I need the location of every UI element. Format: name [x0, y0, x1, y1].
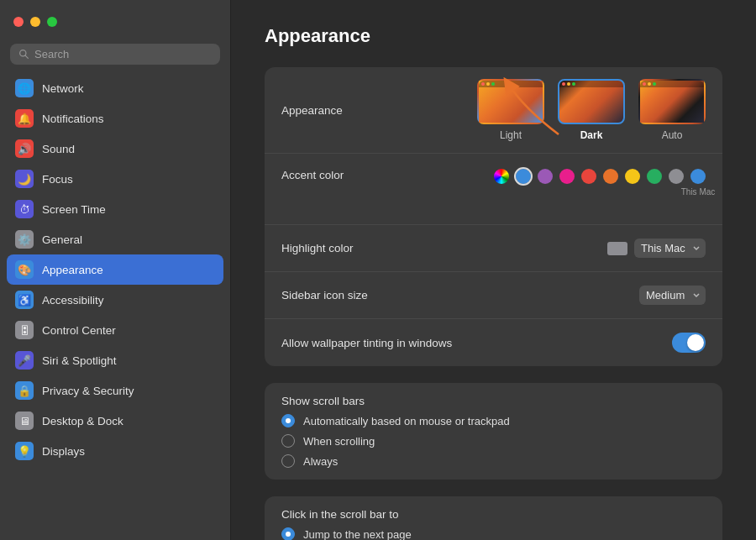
click-scroll-option-nextpage[interactable]: Jump to the next page	[281, 527, 706, 540]
accent-colors-wrapper: This Mac	[494, 169, 706, 201]
sidebar-item-appearance[interactable]: 🎨Appearance	[7, 254, 223, 285]
highlight-color-row: Highlight color This Mac Blue Purple Pin…	[265, 225, 722, 272]
appearance-options: LightDarkAuto	[477, 79, 706, 141]
sidebar-item-label-accessibility: Accessibility	[42, 294, 104, 307]
close-button[interactable]	[13, 17, 24, 27]
sidebar-item-sound[interactable]: 🔊Sound	[7, 134, 223, 164]
titlebar	[0, 0, 230, 44]
appearance-option-label-auto: Auto	[662, 129, 683, 141]
appearance-section: Appearance LightDarkAuto Accent color Th…	[265, 67, 722, 366]
highlight-color-label: Highlight color	[281, 242, 449, 254]
sidebar-icon-size-select[interactable]: Small Medium Large	[639, 286, 706, 305]
minimize-button[interactable]	[30, 17, 40, 27]
sidebar-item-label-privacy: Privacy & Security	[42, 385, 134, 397]
sidebar-item-label-focus: Focus	[42, 173, 73, 186]
accent-dot-thismac[interactable]	[690, 169, 706, 184]
scroll-bars-header: Show scroll bars	[265, 383, 722, 411]
sidebar-item-label-siri: Siri & Spotlight	[42, 354, 117, 367]
scroll-bars-option-always[interactable]: Always	[281, 454, 706, 468]
appearance-label: Appearance	[281, 104, 449, 117]
appearance-row: Appearance LightDarkAuto	[265, 67, 722, 154]
accent-dot-yellow[interactable]	[625, 169, 640, 184]
highlight-color-select[interactable]: This Mac Blue Purple Pink Red Orange Yel…	[634, 239, 706, 258]
sidebar-item-label-general: General	[42, 233, 82, 246]
appearance-icon: 🎨	[15, 260, 34, 279]
accent-dot-green[interactable]	[647, 169, 662, 184]
appearance-option-label-light: Light	[500, 129, 522, 141]
highlight-control-inner: This Mac Blue Purple Pink Red Orange Yel…	[607, 239, 706, 258]
sidebar-item-label-network: Network	[42, 82, 84, 95]
sidebar-item-network[interactable]: 🌐Network	[7, 73, 223, 103]
sidebar-item-focus[interactable]: 🌙Focus	[7, 164, 223, 194]
accent-dot-orange[interactable]	[603, 169, 618, 184]
search-bar[interactable]	[10, 44, 220, 65]
appearance-option-label-dark: Dark	[580, 129, 603, 141]
scroll-bars-radio-group: Automatically based on mouse or trackpad…	[265, 411, 722, 480]
click-scroll-header: Click in the scroll bar to	[265, 496, 722, 524]
siri-icon: 🎤	[15, 351, 34, 370]
privacy-icon: 🔒	[15, 381, 34, 400]
network-icon: 🌐	[15, 79, 34, 97]
scroll-bars-option-auto[interactable]: Automatically based on mouse or trackpad	[281, 414, 706, 427]
sidebar-icon-size-label: Sidebar icon size	[281, 289, 449, 301]
sidebar-item-siri[interactable]: 🎤Siri & Spotlight	[7, 345, 223, 375]
maximize-button[interactable]	[47, 17, 57, 27]
accent-dot-graphite[interactable]	[669, 169, 684, 184]
radio-circle-scrolling	[281, 434, 295, 448]
desktop-icon: 🖥	[15, 412, 34, 430]
sidebar-item-label-notifications: Notifications	[42, 113, 104, 125]
appearance-option-light[interactable]: Light	[477, 79, 544, 141]
appearance-thumb-light	[477, 79, 544, 124]
wallpaper-tinting-row: Allow wallpaper tinting in windows	[265, 319, 722, 366]
radio-circle-always	[281, 454, 295, 468]
search-input[interactable]	[34, 48, 212, 60]
radio-label-click-nextpage: Jump to the next page	[303, 528, 412, 541]
radio-label-always: Always	[303, 455, 338, 468]
scroll-bars-section: Show scroll bars Automatically based on …	[265, 383, 722, 480]
notifications-icon: 🔔	[15, 109, 34, 128]
appearance-thumb-auto	[638, 79, 706, 124]
this-mac-label: This Mac	[681, 187, 716, 197]
sidebar-item-general[interactable]: ⚙️General	[7, 224, 223, 254]
wallpaper-tinting-toggle[interactable]	[672, 333, 706, 353]
appearance-option-dark[interactable]: Dark	[558, 79, 625, 141]
radio-label-scrolling: When scrolling	[303, 435, 375, 448]
accent-color-row: Accent color This Mac	[265, 154, 722, 225]
radio-circle-auto	[281, 414, 295, 427]
sidebar-item-desktop[interactable]: 🖥Desktop & Dock	[7, 406, 223, 436]
appearance-option-auto[interactable]: Auto	[638, 79, 706, 141]
accent-dot-blue[interactable]	[516, 169, 531, 184]
accent-dot-multicolor[interactable]	[494, 169, 509, 184]
appearance-thumb-dark	[558, 79, 625, 124]
sidebar-item-notifications[interactable]: 🔔Notifications	[7, 103, 223, 134]
sidebar-item-privacy[interactable]: 🔒Privacy & Security	[7, 375, 223, 406]
sidebar-item-label-appearance: Appearance	[42, 264, 103, 276]
toggle-knob	[687, 334, 704, 351]
main-content: Appearance Appearance LightDarkAuto Acce…	[231, 0, 756, 540]
accent-dot-pink[interactable]	[559, 169, 575, 184]
accent-color-label: Accent color	[281, 169, 449, 181]
accent-dot-purple[interactable]	[538, 169, 553, 184]
search-icon	[18, 49, 29, 60]
wallpaper-tinting-label: Allow wallpaper tinting in windows	[281, 337, 452, 349]
click-scroll-section: Click in the scroll bar to Jump to the n…	[265, 496, 722, 540]
click-scroll-radio-group: Jump to the next pageJump to the spot th…	[265, 524, 722, 540]
sidebar-item-controlcenter[interactable]: 🎛Control Center	[7, 315, 223, 345]
svg-line-1	[25, 55, 28, 58]
appearance-options-control: LightDarkAuto	[449, 79, 706, 141]
sidebar-item-accessibility[interactable]: ♿Accessibility	[7, 285, 223, 315]
radio-label-auto: Automatically based on mouse or trackpad	[303, 415, 510, 427]
screentime-icon: ⏱	[15, 200, 34, 218]
sidebar-item-screentime[interactable]: ⏱Screen Time	[7, 194, 223, 224]
page-title: Appearance	[265, 25, 722, 47]
sidebar-list: 🌐Network🔔Notifications🔊Sound🌙Focus⏱Scree…	[0, 73, 230, 540]
scroll-bars-option-scrolling[interactable]: When scrolling	[281, 434, 706, 448]
accent-colors: This Mac	[494, 169, 706, 184]
wallpaper-tinting-control	[452, 333, 706, 353]
sidebar-item-displays[interactable]: 💡Displays	[7, 436, 223, 466]
sidebar-item-label-sound: Sound	[42, 143, 75, 155]
displays-icon: 💡	[15, 442, 34, 460]
highlight-color-control: This Mac Blue Purple Pink Red Orange Yel…	[449, 239, 706, 258]
sidebar-icon-size-control: Small Medium Large	[449, 286, 706, 305]
accent-dot-red[interactable]	[581, 169, 596, 184]
